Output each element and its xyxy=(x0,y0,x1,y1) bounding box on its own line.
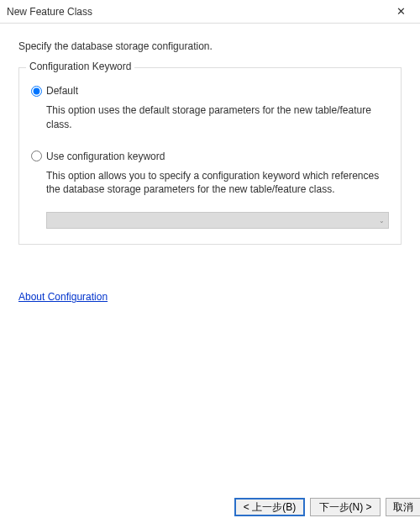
close-icon: ✕ xyxy=(396,5,406,18)
radio-custom[interactable] xyxy=(31,151,42,161)
default-description: This option uses the default storage par… xyxy=(46,103,389,132)
config-keyword-fieldset: Configuration Keyword Default This optio… xyxy=(18,67,402,245)
radio-default-row[interactable]: Default xyxy=(31,85,389,97)
custom-description: This option allows you to specify a conf… xyxy=(46,169,389,198)
titlebar: New Feature Class ✕ xyxy=(0,0,420,24)
fieldset-legend: Configuration Keyword xyxy=(26,61,134,72)
radio-custom-row[interactable]: Use configuration keyword xyxy=(31,151,389,162)
keyword-combobox[interactable]: ⌄ xyxy=(46,212,389,229)
radio-custom-label[interactable]: Use configuration keyword xyxy=(46,151,165,162)
dialog-content: Specify the database storage configurati… xyxy=(0,24,420,518)
close-button[interactable]: ✕ xyxy=(388,3,413,21)
button-row: < 上一步(B) 下一步(N) > 取消 xyxy=(234,498,420,516)
window-title: New Feature Class xyxy=(7,6,92,18)
radio-default[interactable] xyxy=(31,86,42,97)
back-button[interactable]: < 上一步(B) xyxy=(234,498,305,516)
cancel-button[interactable]: 取消 xyxy=(386,498,420,516)
radio-default-label[interactable]: Default xyxy=(46,85,78,97)
instruction-text: Specify the database storage configurati… xyxy=(18,40,402,52)
chevron-down-icon: ⌄ xyxy=(379,217,385,225)
about-configuration-link[interactable]: About Configuration xyxy=(18,291,108,303)
next-button[interactable]: 下一步(N) > xyxy=(310,498,381,516)
